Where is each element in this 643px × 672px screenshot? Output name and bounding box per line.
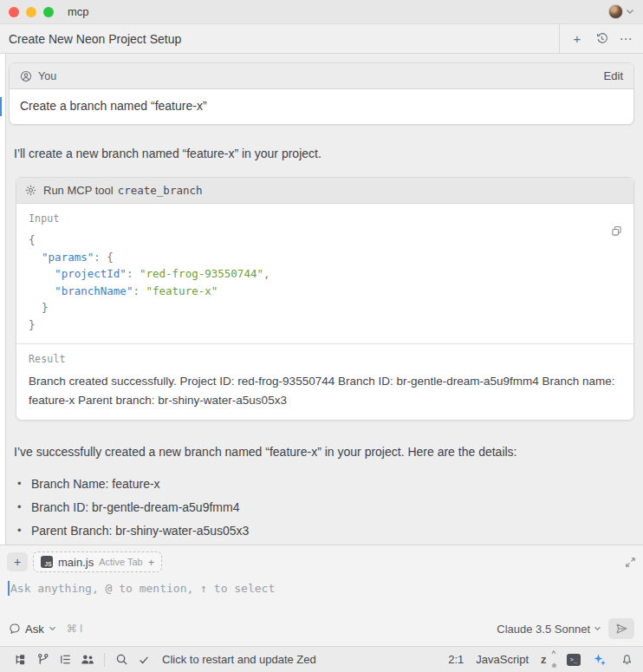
- assistant-panel-button[interactable]: [593, 653, 607, 667]
- message-composer: + JS main.js Active Tab + Ask anything, …: [0, 545, 643, 646]
- ellipsis-icon: ⋯: [620, 31, 633, 47]
- input-label: Input: [29, 212, 621, 225]
- zeta-icon: z: [541, 653, 547, 666]
- plus-icon: +: [14, 555, 21, 569]
- user-menu[interactable]: [608, 4, 634, 19]
- branch-detail-item: Branch ID: br-gentle-dream-a5u9fmm4: [17, 496, 643, 519]
- model-selector[interactable]: Claude 3.5 Sonnet: [497, 623, 601, 636]
- outline-panel-button[interactable]: [54, 650, 76, 669]
- text-caret: [8, 581, 10, 596]
- person-icon: [20, 70, 32, 82]
- code-line: "projectId": "red-frog-93550744",: [29, 265, 621, 283]
- edit-message-button[interactable]: Edit: [604, 69, 623, 82]
- context-strip: + JS main.js Active Tab +: [7, 551, 636, 572]
- avatar[interactable]: [608, 4, 623, 19]
- window-controls: [9, 7, 54, 17]
- history-icon: [595, 32, 608, 45]
- thread-scroll-area[interactable]: You Edit Create a branch named “feature-…: [0, 54, 643, 545]
- people-icon: [81, 653, 94, 666]
- git-branch-icon: [36, 653, 49, 666]
- caret-icon: ^: [552, 649, 555, 658]
- chevron-down-icon: [626, 9, 634, 15]
- sparkle-icon: [593, 653, 607, 667]
- minimize-window-button[interactable]: [26, 7, 36, 17]
- keyboard-shortcut: ⌘ I: [67, 623, 83, 635]
- plus-icon: +: [574, 31, 581, 46]
- status-bar: Click to restart and update Zed 2:1 Java…: [0, 646, 643, 672]
- chat-bubble-icon: [9, 623, 21, 635]
- branch-detail-item: Parent Branch: br-shiny-water-a5us05x3: [17, 519, 643, 543]
- notifications-button[interactable]: [619, 650, 634, 669]
- code-line: }: [29, 316, 621, 334]
- mode-selector[interactable]: Ask ⌘ I: [9, 623, 82, 636]
- terminal-button[interactable]: >_: [567, 654, 581, 666]
- model-name: Claude 3.5 Sonnet: [497, 623, 590, 636]
- chevron-down-icon: [49, 626, 56, 631]
- tool-call-body: Input { "params": { "projectId": "red-fr…: [16, 204, 633, 420]
- pin-tab-button[interactable]: +: [148, 556, 155, 569]
- check-icon: [138, 654, 150, 666]
- status-dot: [552, 663, 556, 668]
- history-button[interactable]: [591, 29, 612, 49]
- update-zed-button[interactable]: Click to restart and update Zed: [162, 653, 316, 666]
- thread-toolbar: Create New Neon Project Setup + ⋯: [0, 24, 643, 54]
- window-title: mcp: [68, 5, 89, 18]
- tool-call-card: Run MCP tool create_branch Input { "para…: [16, 177, 634, 421]
- message-editor[interactable]: Ask anything, @ to mention, ↑ to select: [7, 580, 636, 617]
- mode-label: Ask: [25, 623, 44, 636]
- close-window-button[interactable]: [9, 7, 19, 17]
- status-bar-left: Click to restart and update Zed: [9, 650, 316, 669]
- project-panel-button[interactable]: [9, 650, 31, 669]
- branch-details-list: Branch Name: feature-xBranch ID: br-gent…: [17, 473, 643, 545]
- gear-icon: [25, 185, 36, 196]
- collab-panel-button[interactable]: [76, 650, 99, 669]
- code-line: {: [29, 232, 621, 249]
- result-label: Result: [29, 353, 621, 365]
- search-button[interactable]: [110, 650, 133, 669]
- add-context-button[interactable]: +: [7, 552, 28, 571]
- code-line: "branchName": "feature-x": [29, 283, 621, 300]
- diagnostics-button[interactable]: [133, 650, 155, 669]
- zoom-window-button[interactable]: [43, 7, 54, 17]
- editor-placeholder: Ask anything, @ to mention, ↑ to select: [10, 582, 275, 595]
- user-message-card: You Edit Create a branch named “feature-…: [9, 62, 634, 125]
- toolbar-actions: + ⋯: [559, 24, 636, 53]
- branch-detail-item: Branch Name: feature-x: [17, 473, 643, 496]
- code-line: "params": {: [29, 249, 621, 266]
- edit-prediction-button[interactable]: z ^: [541, 653, 555, 667]
- tool-input-code: { "params": { "projectId": "red-frog-935…: [29, 232, 621, 333]
- assistant-intro-text: I’ll create a new branch named “feature-…: [14, 145, 629, 162]
- send-button[interactable]: [608, 618, 634, 639]
- tool-name: create_branch: [118, 184, 203, 197]
- copy-button[interactable]: [610, 225, 623, 238]
- composer-footer: Ask ⌘ I Claude 3.5 Sonnet: [7, 617, 636, 642]
- editor-cursor: [0, 97, 2, 116]
- new-thread-button[interactable]: +: [567, 29, 588, 49]
- status-bar-right: 2:1 JavaScript z ^ >_: [448, 650, 634, 669]
- javascript-file-icon: JS: [41, 556, 53, 568]
- user-message-text: Create a branch named “feature-x”: [10, 89, 633, 124]
- more-menu-button[interactable]: ⋯: [615, 29, 636, 49]
- tool-call-header-text: Run MCP tool: [43, 184, 114, 197]
- user-message-header: You Edit: [10, 63, 633, 89]
- editor-pane-sliver[interactable]: [0, 54, 6, 545]
- author-label: You: [38, 70, 56, 82]
- code-line: }: [29, 299, 621, 316]
- expand-composer-button[interactable]: [625, 557, 636, 568]
- chevron-down-icon: [594, 626, 601, 631]
- context-tab-chip[interactable]: JS main.js Active Tab +: [33, 551, 162, 572]
- tool-result-section: Result Branch created successfully. Proj…: [16, 344, 633, 420]
- title-bar: mcp: [0, 0, 643, 24]
- cursor-position[interactable]: 2:1: [448, 653, 464, 666]
- tool-call-header[interactable]: Run MCP tool create_branch: [16, 178, 633, 204]
- thread-title: Create New Neon Project Setup: [9, 32, 181, 46]
- tool-input-section: Input { "params": { "projectId": "red-fr…: [16, 204, 633, 343]
- assistant-summary-text: I’ve successfully created a new branch n…: [14, 443, 629, 460]
- language-selector[interactable]: JavaScript: [476, 653, 529, 666]
- project-panel-icon: [14, 653, 27, 666]
- status-divider: [104, 653, 105, 667]
- outline-icon: [59, 653, 72, 666]
- copy-icon: [610, 225, 623, 238]
- active-tab-badge: Active Tab: [99, 557, 143, 567]
- git-panel-button[interactable]: [31, 650, 54, 669]
